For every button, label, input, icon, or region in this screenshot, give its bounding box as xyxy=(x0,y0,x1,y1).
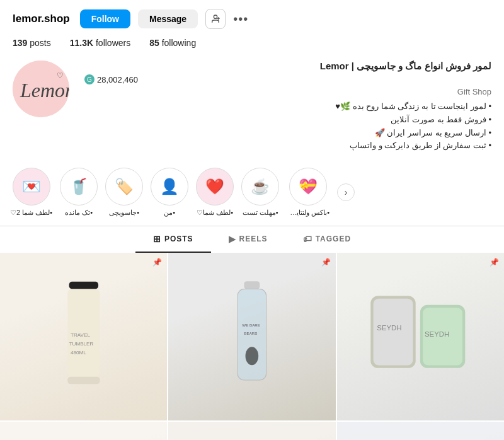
grid-cell[interactable]: ⧉ xyxy=(168,422,335,440)
bio-line: • لمور اینجاست تا به زندگی شما روح بده 🌿… xyxy=(84,100,491,113)
highlight-label: •لطف شما♡ xyxy=(197,209,233,217)
bio-line: • فروش فقط به صورت آنلاین xyxy=(84,113,491,127)
svg-text:Lemor: Lemor xyxy=(20,79,69,101)
add-person-icon[interactable] xyxy=(205,9,226,29)
highlight-item[interactable]: ❤️•لطف شما♡ xyxy=(196,168,234,217)
posts-grid: TRAVEL TUMBLER 480ML 📌 WE BARE BEARS 📌 S… xyxy=(0,253,504,440)
message-button[interactable]: Message xyxy=(138,9,198,28)
highlights-section: 💌•لطف شما 2♡🥤•تک مانده🏷️•جاسویچی👤•من❤️•ل… xyxy=(0,161,504,226)
svg-text:SEYDH: SEYDH xyxy=(425,330,449,338)
highlight-circle: 💌 xyxy=(13,168,50,206)
tab-label-reels: REELS xyxy=(239,234,268,243)
posts-stat[interactable]: 139 posts xyxy=(13,38,51,48)
highlight-label: •من xyxy=(164,209,175,217)
highlight-item[interactable]: 💌•لطف شما 2♡ xyxy=(10,168,52,217)
svg-rect-12 xyxy=(244,281,260,289)
svg-point-0 xyxy=(214,15,217,18)
svg-rect-11 xyxy=(67,377,100,385)
tab-label-tagged: TAGGED xyxy=(316,234,351,243)
tab-posts[interactable]: ⊞POSTS xyxy=(135,226,211,253)
meta-number: 28,002,460 xyxy=(97,75,138,84)
profile-meta: G 28,002,460 xyxy=(84,74,491,84)
grid-cell[interactable]: ⧉ xyxy=(0,422,167,440)
highlight-item[interactable]: 🥤•تک مانده xyxy=(60,168,98,217)
svg-text:TRAVEL: TRAVEL xyxy=(71,332,90,338)
follow-button[interactable]: Follow xyxy=(80,9,130,28)
followers-stat[interactable]: 11.3K followers xyxy=(70,38,131,48)
highlights-row: 💌•لطف شما 2♡🥤•تک مانده🏷️•جاسویچی👤•من❤️•ل… xyxy=(0,168,504,217)
bio-line: • ارسال سریع به سراسر ایران 🚀 xyxy=(84,127,491,140)
bio-line: • ثبت سفارش از طریق دایرکت و واتساپ xyxy=(84,139,491,153)
verified-icon: G xyxy=(84,74,94,84)
grid-cell[interactable]: WE BARE BEARS 📌 xyxy=(168,253,335,420)
tab-icon-posts: ⊞ xyxy=(153,234,161,244)
highlight-item[interactable]: 🏷️•جاسویچی xyxy=(105,168,143,217)
grid-cell[interactable]: ⧉ xyxy=(337,422,504,440)
svg-text:SEYDH: SEYDH xyxy=(377,324,402,332)
tab-label-posts: POSTS xyxy=(164,234,193,243)
highlight-label: •تک مانده xyxy=(65,209,93,217)
grid-cell[interactable]: SEYDH SEYDH 📌 xyxy=(337,253,504,420)
profile-section: Lemor ♡ لمور فروش انواع ماگ و جاسویچی | … xyxy=(0,54,504,161)
highlight-circle: ☕ xyxy=(241,168,279,206)
svg-text:WE BARE: WE BARE xyxy=(243,323,261,327)
following-stat[interactable]: 85 following xyxy=(149,38,196,48)
svg-text:BEARS: BEARS xyxy=(244,331,258,335)
grid-cell[interactable]: TRAVEL TUMBLER 480ML 📌 xyxy=(0,253,167,420)
pin-icon: 📌 xyxy=(321,258,331,267)
highlight-item[interactable]: 💝•باکس ولنتاین🌿 xyxy=(287,168,329,217)
username: lemor.shop xyxy=(13,13,70,25)
tab-icon-reels: ▶ xyxy=(229,234,236,244)
highlight-circle: 🥤 xyxy=(60,168,98,206)
tab-reels[interactable]: ▶REELS xyxy=(211,226,285,253)
highlight-label: •مهلت تست xyxy=(243,209,278,217)
profile-info: لمور فروش انواع ماگ و جاسویچی | Lemor G … xyxy=(84,61,491,153)
highlight-item[interactable]: 👤•من xyxy=(151,168,188,217)
tab-icon-tagged: 🏷 xyxy=(303,234,312,244)
top-nav: lemor.shop Follow Message ••• xyxy=(0,0,504,38)
tab-tagged[interactable]: 🏷TAGGED xyxy=(285,226,369,253)
svg-rect-6 xyxy=(69,282,98,289)
highlight-label: •لطف شما 2♡ xyxy=(10,209,52,217)
stats-row: 139 posts 11.3K followers 85 following xyxy=(0,38,504,54)
avatar: Lemor ♡ xyxy=(13,61,69,117)
svg-rect-18 xyxy=(374,299,413,366)
pin-icon: 📌 xyxy=(490,258,499,267)
highlights-next-button[interactable]: › xyxy=(337,183,355,201)
more-options-icon[interactable]: ••• xyxy=(233,12,248,26)
highlight-label: •جاسویچی xyxy=(109,209,139,217)
highlight-circle: 👤 xyxy=(151,168,188,206)
profile-bio: • لمور اینجاست تا به زندگی شما روح بده 🌿… xyxy=(84,100,491,153)
highlight-circle: 🏷️ xyxy=(105,168,143,206)
tabs-row: ⊞POSTS▶REELS🏷TAGGED xyxy=(0,226,504,253)
svg-text:480ML: 480ML xyxy=(71,350,86,356)
highlight-label: •باکس ولنتاین🌿 xyxy=(287,209,329,217)
svg-text:♡: ♡ xyxy=(57,71,64,80)
profile-name: لمور فروش انواع ماگ و جاسویچی | Lemor xyxy=(84,61,491,72)
pin-icon: 📌 xyxy=(152,258,162,267)
highlight-circle: 💝 xyxy=(289,168,327,206)
highlight-circle: ❤️ xyxy=(196,168,234,206)
highlight-item[interactable]: ☕•مهلت تست xyxy=(241,168,279,217)
profile-category: Gift Shop xyxy=(84,87,491,96)
svg-point-16 xyxy=(246,347,259,365)
svg-text:TUMBLER: TUMBLER xyxy=(69,341,93,347)
